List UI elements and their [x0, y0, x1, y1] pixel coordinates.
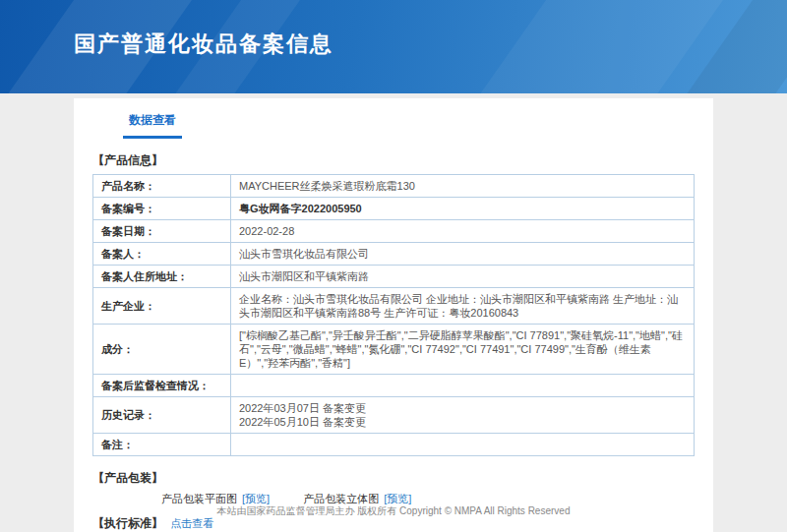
banner: 国产普通化妆品备案信息 — [0, 0, 787, 93]
exec-standard-label: 【执行标准】 — [92, 516, 163, 530]
table-row: 历史记录： 2022年03月07日 备案变更 2022年05月10日 备案变更 — [93, 397, 695, 434]
section-title-product-info: 【产品信息】 — [92, 152, 695, 169]
row-value — [231, 375, 695, 397]
table-row: 生产企业： 企业名称：汕头市雪琪化妆品有限公司 企业地址：汕头市潮阳区和平镇紫南… — [93, 288, 695, 325]
table-row: 备案后监督检查情况： — [93, 375, 695, 397]
table-row: 备注： — [93, 434, 695, 456]
tab-bar: 数据查看 — [74, 98, 713, 139]
row-label: 备注： — [93, 434, 231, 456]
row-value: 企业名称：汕头市雪琪化妆品有限公司 企业地址：汕头市潮阳区和平镇紫南路 生产地址… — [231, 288, 695, 325]
section-title-packaging: 【产品包装】 — [92, 470, 695, 487]
row-value — [231, 434, 695, 456]
product-info-table: 产品名称： MAYCHEER丝柔焕采遮瑕粉底霜130 备案编号： 粤G妆网备字2… — [92, 174, 695, 456]
row-value: 2022-02-28 — [231, 220, 695, 243]
row-label: 备案人： — [93, 243, 231, 266]
row-value: ["棕榈酸乙基己酯","异壬酸异壬酯","二异硬脂醇苹果酸酯","CI 7789… — [231, 325, 695, 375]
page-title: 国产普通化妆品备案信息 — [74, 30, 333, 59]
row-value: 2022年03月07日 备案变更 2022年05月10日 备案变更 — [231, 397, 695, 434]
table-row: 备案人： 汕头市雪琪化妆品有限公司 — [93, 243, 695, 266]
row-label: 备案日期： — [93, 220, 231, 243]
row-label: 历史记录： — [93, 397, 231, 434]
table-row: 备案人住所地址： 汕头市潮阳区和平镇紫南路 — [93, 266, 695, 288]
content-card: 数据查看 【产品信息】 产品名称： MAYCHEER丝柔焕采遮瑕粉底霜130 备… — [74, 98, 713, 532]
row-label: 备案后监督检查情况： — [93, 375, 231, 397]
row-value: 汕头市潮阳区和平镇紫南路 — [231, 266, 695, 288]
row-value: 粤G妆网备字2022005950 — [231, 198, 695, 220]
table-row: 备案编号： 粤G妆网备字2022005950 — [93, 198, 695, 220]
row-label: 成分： — [93, 325, 231, 375]
row-label: 备案编号： — [93, 198, 231, 220]
table-row: 产品名称： MAYCHEER丝柔焕采遮瑕粉底霜130 — [93, 175, 695, 198]
tab-data-view[interactable]: 数据查看 — [123, 112, 182, 139]
row-value: MAYCHEER丝柔焕采遮瑕粉底霜130 — [231, 175, 695, 198]
row-label: 备案人住所地址： — [93, 266, 231, 288]
row-label: 生产企业： — [93, 288, 231, 325]
row-label: 产品名称： — [93, 175, 231, 198]
table-row: 成分： ["棕榈酸乙基己酯","异壬酸异壬酯","二异硬脂醇苹果酸酯","CI … — [93, 325, 695, 375]
table-row: 备案日期： 2022-02-28 — [93, 220, 695, 243]
row-value: 汕头市雪琪化妆品有限公司 — [231, 243, 695, 266]
footer-text: 本站由国家药品监督管理局主办 版权所有 Copyright © NMPA All… — [0, 504, 787, 518]
exec-standard-link[interactable]: 点击查看 — [170, 517, 213, 529]
